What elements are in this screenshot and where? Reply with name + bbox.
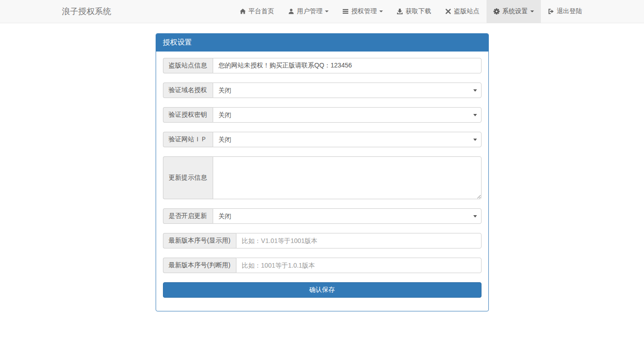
gear-icon (493, 8, 500, 15)
field-label: 最新版本序号(显示用) (163, 233, 236, 248)
nav-item-home[interactable]: 平台首页 (233, 0, 281, 23)
nav-item-download[interactable]: 获取下载 (390, 0, 438, 23)
panel-header: 授权设置 (156, 34, 488, 52)
nav-item-users[interactable]: 用户管理 (281, 0, 335, 23)
auth-settings-panel: 授权设置 盗版站点信息 验证域名授权 关闭 验证授权密钥 (156, 33, 489, 311)
navbar-menu: 平台首页 用户管理 授权管理 获取下载 (233, 0, 589, 23)
site-ip-select[interactable]: 关闭 (213, 132, 482, 147)
form-row: 更新提示信息 (163, 156, 482, 199)
auth-key-select[interactable]: 关闭 (213, 107, 482, 123)
top-navbar: 浪子授权系统 平台首页 用户管理 授权管理 (0, 0, 644, 23)
form-row: 验证授权密钥 关闭 (163, 107, 482, 123)
nav-item-label: 系统设置 (503, 7, 528, 16)
pirate-site-message-input[interactable] (213, 58, 482, 73)
nav-item-label: 获取下载 (406, 7, 431, 16)
select-wrapper: 关闭 (213, 132, 482, 147)
form-row: 最新版本序号(判断用) (163, 258, 482, 273)
content-area: 授权设置 盗版站点信息 验证域名授权 关闭 验证授权密钥 (156, 33, 489, 311)
field-label: 盗版站点信息 (163, 58, 213, 73)
update-enabled-select[interactable]: 关闭 (213, 208, 482, 224)
select-wrapper: 关闭 (213, 107, 482, 123)
list-icon (342, 8, 349, 15)
logout-icon (548, 8, 554, 15)
nav-item-label: 盗版站点 (454, 7, 480, 16)
field-label: 验证网站ＩＰ (163, 132, 213, 147)
nav-item-label: 授权管理 (351, 7, 377, 16)
chevron-down-icon (325, 10, 329, 12)
nav-item-label: 用户管理 (297, 7, 323, 16)
panel-title: 授权设置 (163, 38, 192, 46)
nav-item-licenses[interactable]: 授权管理 (335, 0, 390, 23)
brand-title[interactable]: 浪子授权系统 (55, 0, 118, 23)
select-wrapper: 关闭 (213, 83, 482, 98)
nav-item-settings[interactable]: 系统设置 (487, 0, 541, 23)
field-label: 更新提示信息 (163, 156, 213, 199)
nav-item-logout[interactable]: 退出登陆 (541, 0, 589, 23)
field-label: 是否开启更新 (163, 208, 213, 224)
domain-auth-select[interactable]: 关闭 (213, 83, 482, 98)
nav-item-pirate-sites[interactable]: 盗版站点 (438, 0, 487, 23)
update-message-textarea[interactable] (213, 156, 482, 199)
nav-item-label: 退出登陆 (557, 7, 582, 16)
form-row: 是否开启更新 关闭 (163, 208, 482, 224)
form-row: 最新版本序号(显示用) (163, 233, 482, 248)
form-row: 盗版站点信息 (163, 58, 482, 73)
save-button[interactable]: 确认保存 (163, 282, 482, 298)
download-icon (397, 8, 403, 15)
close-icon (445, 8, 451, 15)
form-row: 验证网站ＩＰ 关闭 (163, 132, 482, 147)
field-label: 验证域名授权 (163, 83, 213, 98)
select-wrapper: 关闭 (213, 208, 482, 224)
form-row: 验证域名授权 关闭 (163, 83, 482, 98)
nav-item-label: 平台首页 (249, 7, 274, 16)
display-version-input[interactable] (236, 233, 482, 248)
user-icon (288, 8, 294, 15)
field-label: 最新版本序号(判断用) (163, 258, 236, 273)
chevron-down-icon (379, 10, 383, 12)
chevron-down-icon (530, 10, 534, 12)
home-icon (240, 8, 246, 15)
field-label: 验证授权密钥 (163, 107, 213, 123)
panel-body: 盗版站点信息 验证域名授权 关闭 验证授权密钥 关闭 (156, 52, 488, 311)
navbar-container: 浪子授权系统 平台首页 用户管理 授权管理 (55, 0, 589, 23)
compare-version-input[interactable] (236, 258, 482, 273)
